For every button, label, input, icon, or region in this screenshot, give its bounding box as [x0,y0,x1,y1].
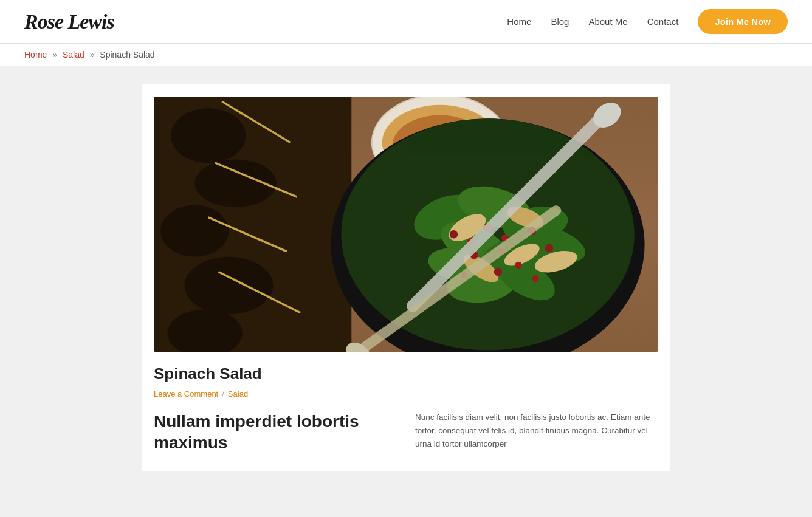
nav-home[interactable]: Home [507,16,531,27]
main-nav: Home Blog About Me Contact Join Me Now [507,9,788,34]
breadcrumb-sep-2: » [90,50,95,60]
hero-image-wrapper [154,97,658,352]
svg-point-42 [532,275,539,282]
breadcrumb-current: Spinach Salad [100,50,154,60]
join-now-button[interactable]: Join Me Now [698,9,788,34]
meta-separator: / [222,389,224,399]
svg-point-39 [545,244,553,252]
svg-point-31 [450,230,458,238]
leave-comment-link[interactable]: Leave a Comment [154,389,218,399]
content-card: Spinach Salad Leave a Comment / Salad Nu… [142,84,670,471]
nav-contact[interactable]: Contact [647,16,679,27]
header: Rose Lewis Home Blog About Me Contact Jo… [0,0,812,44]
nav-about[interactable]: About Me [588,16,627,27]
svg-point-3 [171,108,246,163]
breadcrumb-salad[interactable]: Salad [63,50,84,60]
svg-point-6 [184,257,273,314]
post-meta: Leave a Comment / Salad [154,389,658,399]
body-text: Nunc facilisis diam velit, non facilisis… [415,411,658,451]
site-logo[interactable]: Rose Lewis [24,10,114,33]
body-right-col: Nunc facilisis diam velit, non facilisis… [415,411,658,453]
hero-image [154,97,658,352]
breadcrumb: Home » Salad » Spinach Salad [0,44,812,66]
svg-point-41 [494,268,502,276]
page-wrapper: Spinach Salad Leave a Comment / Salad Nu… [0,66,812,515]
nav-blog[interactable]: Blog [551,16,569,27]
svg-point-5 [160,205,229,257]
body-content: Nullam imperdiet lobortis maximus Nunc f… [154,411,658,453]
breadcrumb-sep-1: » [52,50,57,60]
category-link[interactable]: Salad [228,389,248,399]
body-heading: Nullam imperdiet lobortis maximus [154,411,397,453]
body-left-col: Nullam imperdiet lobortis maximus [154,411,397,453]
post-title: Spinach Salad [154,364,658,385]
svg-point-38 [515,262,521,269]
breadcrumb-home[interactable]: Home [24,50,47,60]
